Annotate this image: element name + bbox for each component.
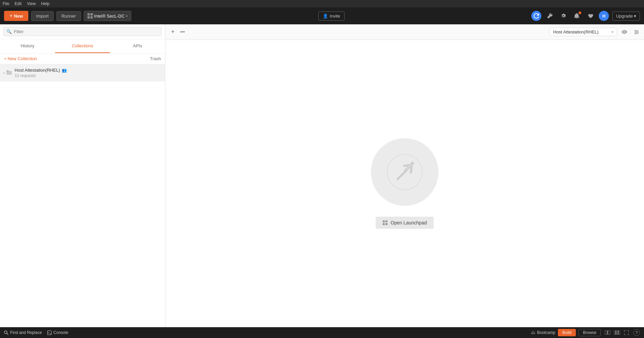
search-input-wrap: 🔍 (3, 27, 162, 36)
settings-icon (561, 13, 566, 19)
notifications-button[interactable] (572, 11, 582, 21)
search-icon: 🔍 (6, 29, 12, 34)
heart-icon (588, 13, 593, 19)
workspace-grid-icon (87, 13, 93, 19)
new-collection-button[interactable]: + New Collection (4, 56, 37, 61)
chevron-down-icon: ▾ (612, 30, 613, 34)
menu-help[interactable]: Help (41, 1, 50, 6)
tab-bar: + ••• Host Attestation(RHEL) ▾ (165, 24, 644, 40)
expand-layout-button[interactable] (622, 329, 630, 337)
open-launchpad-button[interactable]: Open Launchpad (376, 217, 433, 229)
tab-history[interactable]: History (0, 39, 55, 53)
workspace-switcher-button[interactable]: Intel® SecL-DC ▾ (84, 11, 132, 21)
sidebar-actions: + New Collection Trash (0, 53, 165, 64)
collection-item[interactable]: › Host Attestation(RHEL) 👥 10 requests (0, 64, 165, 81)
main-panel: + ••• Host Attestation(RHEL) ▾ (165, 24, 644, 327)
menu-bar: File Edit View Help (0, 0, 644, 7)
three-panel-icon (614, 331, 620, 335)
two-panel-icon (605, 331, 610, 335)
env-preview-button[interactable] (620, 27, 629, 37)
search-icon (4, 331, 8, 335)
menu-file[interactable]: File (3, 1, 9, 6)
heart-button[interactable] (585, 11, 595, 21)
collection-name: Host Attestation(RHEL) 👥 (15, 68, 162, 73)
svg-rect-15 (385, 223, 387, 225)
plus-icon: + (4, 56, 7, 61)
svg-point-16 (4, 331, 7, 334)
eye-icon (622, 30, 627, 34)
bottom-right: Bootcamp Build Browse (531, 329, 640, 337)
new-button[interactable]: New (4, 11, 28, 21)
sliders-icon (634, 29, 639, 35)
toolbar: New Import Runner Intel® SecL-DC ▾ 👤 Inv… (0, 7, 644, 24)
collection-meta: 10 requests (15, 73, 162, 78)
runner-button[interactable]: Runner (56, 11, 81, 21)
main-content: 🔍 History Collections APIs + New Collect… (0, 24, 644, 327)
console-icon (47, 331, 52, 335)
folder-icon (6, 70, 12, 76)
build-button[interactable]: Build (558, 329, 576, 336)
sidebar: 🔍 History Collections APIs + New Collect… (0, 24, 165, 327)
avatar-button[interactable]: H (599, 11, 609, 21)
svg-rect-22 (614, 331, 616, 335)
import-button[interactable]: Import (31, 11, 54, 21)
launchpad-icon (382, 220, 388, 225)
sync-icon (534, 13, 539, 19)
browse-button[interactable]: Browse (579, 329, 601, 336)
send-icon (386, 153, 423, 191)
bottom-left: Find and Replace Console (4, 330, 68, 335)
svg-rect-23 (616, 331, 618, 335)
tab-apis[interactable]: APIs (110, 39, 165, 53)
svg-point-3 (635, 30, 636, 31)
two-panel-layout-button[interactable] (603, 329, 612, 337)
layout-icons (603, 329, 630, 337)
upgrade-button[interactable]: Upgrade ▾ (612, 11, 640, 21)
svg-rect-12 (383, 220, 385, 222)
svg-rect-20 (605, 331, 607, 335)
find-replace-button[interactable]: Find and Replace (4, 330, 42, 335)
environment-selector[interactable]: Host Attestation(RHEL) ▾ (549, 28, 617, 36)
team-icon: 👥 (62, 68, 67, 73)
svg-line-17 (7, 333, 8, 335)
wrench-icon (547, 13, 553, 19)
svg-rect-1 (6, 70, 9, 72)
collection-info: Host Attestation(RHEL) 👥 10 requests (15, 68, 162, 78)
svg-point-7 (635, 33, 636, 34)
toolbar-center: 👤 Invite (134, 11, 529, 21)
menu-edit[interactable]: Edit (15, 1, 22, 6)
svg-rect-18 (48, 331, 52, 335)
env-settings-button[interactable] (632, 27, 641, 37)
sync-button[interactable] (531, 11, 541, 21)
svg-rect-13 (385, 220, 387, 222)
trash-button[interactable]: Trash (150, 56, 161, 61)
wrench-button[interactable] (545, 11, 555, 21)
sidebar-tabs: History Collections APIs (0, 39, 165, 53)
settings-button[interactable] (558, 11, 568, 21)
new-tab-button[interactable]: + (168, 27, 178, 37)
bottom-bar: Find and Replace Console Bootcamp Build … (0, 327, 644, 338)
collection-list: › Host Attestation(RHEL) 👥 10 requests (0, 64, 165, 327)
tab-collections[interactable]: Collections (55, 39, 110, 53)
center-content: Open Launchpad (165, 40, 644, 327)
invite-button[interactable]: 👤 Invite (318, 11, 345, 21)
user-plus-icon: 👤 (323, 14, 328, 19)
bootcamp-button[interactable]: Bootcamp (531, 330, 555, 335)
bootcamp-icon (531, 331, 535, 335)
menu-view[interactable]: View (27, 1, 36, 6)
console-button[interactable]: Console (47, 330, 68, 335)
notification-badge (579, 11, 581, 14)
svg-rect-14 (383, 223, 385, 225)
bell-icon (574, 13, 580, 19)
env-selector-wrap: Host Attestation(RHEL) ▾ (549, 27, 641, 37)
placeholder-illustration (371, 138, 438, 206)
more-tabs-button[interactable]: ••• (178, 28, 188, 36)
search-bar: 🔍 (0, 24, 165, 39)
toolbar-right: H Upgrade ▾ (531, 11, 640, 21)
expand-arrow-icon[interactable]: › (3, 71, 4, 75)
workspace-name: Intel® SecL-DC (94, 14, 125, 19)
filter-input[interactable] (14, 29, 159, 34)
svg-rect-24 (618, 331, 620, 335)
expand-icon (624, 330, 629, 335)
help-button[interactable]: ? (633, 329, 640, 336)
three-panel-layout-button[interactable] (613, 329, 621, 337)
